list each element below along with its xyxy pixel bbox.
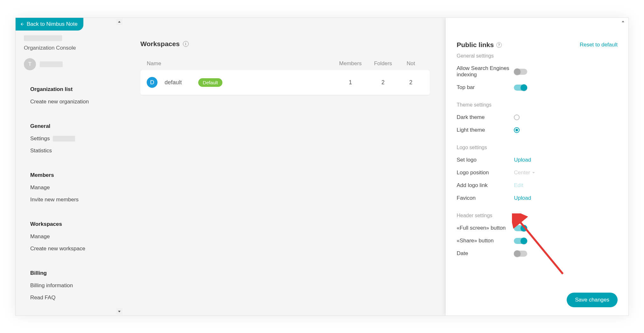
nav-statistics[interactable]: Statistics [16, 145, 124, 157]
org-console-label: Organization Console [24, 45, 116, 51]
allow-search-label: Allow Search Engines indexing [457, 65, 514, 78]
theme-settings-label: Theme settings [457, 102, 618, 108]
share-button-label: «Share» button [457, 238, 514, 244]
col-folders: Folders [368, 60, 398, 67]
panel-title: Public links ? [457, 41, 502, 49]
top-bar-toggle[interactable] [514, 85, 527, 91]
table-header: Name Members Folders Not [140, 57, 430, 70]
general-settings-label: General settings [457, 53, 618, 59]
col-members: Members [333, 60, 368, 67]
header-settings-label: Header settings [457, 213, 618, 219]
date-label: Date [457, 250, 514, 257]
org-avatar-row[interactable]: T [16, 58, 124, 80]
dark-theme-label: Dark theme [457, 114, 514, 121]
date-toggle[interactable] [514, 251, 527, 257]
nav-read-faq[interactable]: Read FAQ [16, 292, 124, 304]
workspace-name: default [164, 79, 182, 86]
back-button[interactable]: Back to Nimbus Note [16, 18, 83, 31]
fullscreen-toggle[interactable] [514, 225, 527, 231]
scroll-down-icon[interactable] [116, 308, 122, 315]
nav-invite-members[interactable]: Invite new members [16, 194, 124, 206]
org-name-redacted [24, 35, 62, 41]
set-logo-label: Set logo [457, 157, 514, 163]
save-changes-button[interactable]: Save changes [567, 293, 618, 307]
favicon-label: Favicon [457, 195, 514, 201]
workspace-avatar: D [147, 77, 158, 88]
main-content: Workspaces i Name Members Folders Not D … [124, 18, 446, 316]
page-title: Workspaces i [140, 40, 430, 48]
dark-theme-radio[interactable] [514, 114, 520, 120]
nav-title-workspaces: Workspaces [16, 218, 124, 231]
nav-create-org[interactable]: Create new organization [16, 96, 124, 108]
nav-members-manage[interactable]: Manage [16, 182, 124, 194]
table-row[interactable]: D default Default 1 2 2 [140, 70, 430, 95]
nav-title-members: Members [16, 169, 124, 182]
allow-search-toggle[interactable] [514, 69, 527, 75]
nav-create-workspace[interactable]: Create new workspace [16, 243, 124, 255]
logo-position-label: Logo position [457, 170, 514, 176]
col-notes: Not [398, 60, 424, 67]
org-select-redacted [40, 61, 63, 67]
set-logo-upload-link[interactable]: Upload [514, 157, 531, 163]
nav-title-general: General [16, 120, 124, 133]
default-badge: Default [198, 78, 222, 87]
app-frame: Back to Nimbus Note Organization Console… [15, 17, 629, 316]
nav-title-billing: Billing [16, 267, 124, 280]
reset-to-default-link[interactable]: Reset to default [580, 42, 618, 48]
light-theme-label: Light theme [457, 127, 514, 133]
help-icon[interactable]: ? [496, 42, 502, 48]
settings-panel: Public links ? Reset to default General … [446, 18, 628, 316]
nav-ws-manage[interactable]: Manage [16, 231, 124, 243]
org-header: Organization Console [16, 35, 124, 58]
workspace-table: D default Default 1 2 2 [140, 70, 430, 95]
panel-scroll-up-icon[interactable] [620, 19, 626, 24]
info-icon[interactable]: i [183, 41, 189, 47]
nav-settings[interactable]: Settings [16, 133, 124, 145]
avatar: T [24, 58, 36, 70]
fullscreen-button-label: «Full screen» button [457, 225, 514, 231]
logo-position-select[interactable]: Center [514, 170, 541, 176]
arrow-left-icon [20, 22, 24, 26]
nav-title-org-list[interactable]: Organization list [16, 83, 124, 96]
share-toggle[interactable] [514, 238, 527, 244]
cell-folders: 2 [368, 79, 398, 86]
favicon-upload-link[interactable]: Upload [514, 195, 531, 201]
top-bar-label: Top bar [457, 84, 514, 91]
add-logo-link-edit[interactable]: Edit [514, 182, 523, 188]
col-name: Name [147, 60, 333, 67]
chevron-down-icon [532, 171, 535, 174]
light-theme-radio[interactable] [514, 127, 520, 133]
cell-notes: 2 [398, 79, 424, 86]
sidebar: Organization Console T Organization list… [16, 18, 124, 316]
settings-redacted [53, 136, 75, 142]
cell-members: 1 [333, 79, 368, 86]
add-logo-link-label: Add logo link [457, 182, 514, 189]
nav-billing-info[interactable]: Billing information [16, 280, 124, 292]
logo-settings-label: Logo settings [457, 145, 618, 150]
back-label: Back to Nimbus Note [27, 21, 78, 27]
scroll-up-icon[interactable] [116, 19, 122, 25]
